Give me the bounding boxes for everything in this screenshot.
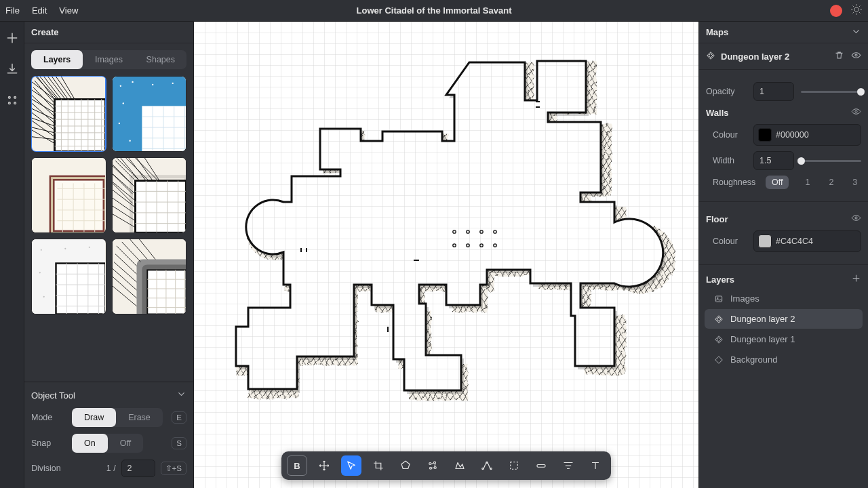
document-title: Lower Citadel of the Immortal Savant: [357, 5, 512, 16]
tab-layers[interactable]: Layers: [31, 50, 83, 69]
apps-icon[interactable]: [5, 94, 19, 110]
preset-thumb-4[interactable]: [112, 157, 187, 233]
snap-on[interactable]: On: [72, 434, 108, 453]
floor-colour-label: Colour: [706, 237, 753, 246]
svg-rect-54: [537, 465, 545, 468]
division-input[interactable]: 2: [121, 460, 155, 477]
mode-hotkey: E: [172, 411, 186, 424]
trash-icon[interactable]: [834, 50, 844, 62]
preset-thumb-6[interactable]: [112, 239, 187, 314]
preset-thumb-3[interactable]: [31, 157, 106, 233]
filter-tool-icon[interactable]: [558, 455, 578, 476]
svg-rect-53: [511, 462, 518, 470]
opacity-slider[interactable]: [801, 91, 861, 93]
roughness-2[interactable]: 2: [826, 176, 836, 189]
roughness-off[interactable]: Off: [766, 176, 789, 189]
menu-file[interactable]: File: [5, 5, 20, 16]
svg-point-55: [855, 54, 857, 56]
maps-title: Maps: [706, 27, 728, 37]
add-icon[interactable]: [5, 31, 19, 47]
layer-item-dungeon-2[interactable]: Dungeon layer 2: [705, 309, 863, 329]
layer-item-dungeon-1[interactable]: Dungeon layer 1: [705, 329, 863, 349]
polygon-tool-icon[interactable]: [395, 455, 416, 476]
text-tool-icon[interactable]: [585, 455, 606, 476]
layer-preset-grid: [24, 76, 193, 321]
crop-tool-icon[interactable]: [368, 455, 389, 476]
svg-rect-21: [135, 181, 186, 233]
mode-erase[interactable]: Erase: [116, 408, 163, 427]
svg-point-3: [8, 102, 10, 104]
tab-images[interactable]: Images: [83, 50, 134, 69]
download-icon[interactable]: [5, 62, 19, 79]
division-fraction: 1 /: [106, 464, 116, 473]
svg-point-14: [118, 123, 119, 124]
svg-point-2: [14, 97, 16, 99]
eye-icon[interactable]: [851, 50, 861, 62]
svg-point-9: [119, 85, 121, 87]
wall-width-label: Width: [706, 156, 753, 165]
preset-thumb-5[interactable]: [31, 239, 106, 314]
roughness-1[interactable]: 1: [802, 176, 812, 189]
roughness-3[interactable]: 3: [850, 176, 860, 189]
division-hotkey: ⇧+S: [161, 462, 186, 475]
scatter-tool-icon[interactable]: [422, 455, 443, 476]
wall-colour-input[interactable]: #000000: [753, 124, 861, 146]
svg-point-29: [89, 247, 90, 248]
preset-thumb-1[interactable]: [31, 76, 106, 152]
select-tool-icon[interactable]: [341, 455, 361, 476]
tab-shapes[interactable]: Shapes: [135, 50, 186, 69]
lasso-tool-icon[interactable]: [450, 455, 470, 476]
opacity-input[interactable]: 1: [753, 82, 794, 101]
wall-colour-label: Colour: [706, 130, 753, 140]
mode-label: Mode: [31, 413, 71, 422]
svg-point-47: [434, 462, 436, 464]
layers-title: Layers: [706, 274, 734, 285]
path-tool-icon[interactable]: [477, 455, 497, 476]
snap-hotkey: S: [172, 437, 186, 449]
bridge-tool-icon[interactable]: [531, 455, 551, 476]
snap-off[interactable]: Off: [108, 434, 143, 453]
canvas-toolbar: B: [281, 451, 611, 480]
account-avatar[interactable]: [830, 5, 842, 17]
svg-point-1: [8, 97, 10, 99]
svg-rect-17: [52, 178, 106, 233]
svg-rect-6: [55, 100, 106, 152]
wall-width-input[interactable]: 1.5: [753, 151, 794, 170]
left-sidebar: Create Layers Images Shapes: [24, 22, 194, 488]
floor-colour-input[interactable]: #C4C4C4: [753, 230, 861, 252]
snap-label: Snap: [31, 439, 71, 448]
chevron-down-icon[interactable]: [176, 389, 186, 401]
bold-tool[interactable]: B: [287, 455, 307, 476]
mode-draw[interactable]: Draw: [72, 408, 116, 427]
canvas[interactable]: B: [194, 22, 698, 488]
chevron-down-icon[interactable]: [851, 26, 861, 39]
marquee-tool-icon[interactable]: [504, 455, 524, 476]
layer-diamond-icon: [706, 51, 715, 62]
svg-rect-58: [715, 296, 722, 301]
move-tool-icon[interactable]: [314, 455, 334, 476]
menu-view[interactable]: View: [59, 5, 78, 16]
titlebar: File Edit View Lower Citadel of the Immo…: [0, 0, 868, 22]
add-layer-icon[interactable]: [851, 273, 861, 285]
svg-point-27: [43, 296, 45, 298]
svg-point-57: [855, 217, 857, 219]
opacity-label: Opacity: [706, 87, 753, 96]
eye-icon[interactable]: [851, 106, 861, 119]
tool-rail: [0, 22, 24, 488]
wall-width-slider[interactable]: [801, 160, 861, 162]
svg-rect-24: [56, 264, 106, 314]
object-tool-title: Object Tool: [31, 390, 75, 401]
svg-point-25: [41, 249, 42, 251]
roughness-label: Roughness: [706, 178, 759, 187]
menu-edit[interactable]: Edit: [32, 5, 47, 16]
eye-icon[interactable]: [851, 213, 861, 225]
svg-point-56: [855, 110, 857, 113]
theme-toggle-icon[interactable]: [850, 3, 863, 18]
walls-title: Walls: [706, 108, 728, 118]
layer-item-images[interactable]: Images: [705, 289, 863, 308]
division-label: Division: [31, 464, 71, 473]
current-layer-name: Dungeon layer 2: [721, 52, 789, 62]
preset-thumb-2[interactable]: [112, 76, 187, 152]
svg-point-12: [172, 83, 173, 84]
layer-item-background[interactable]: Background: [705, 350, 863, 369]
